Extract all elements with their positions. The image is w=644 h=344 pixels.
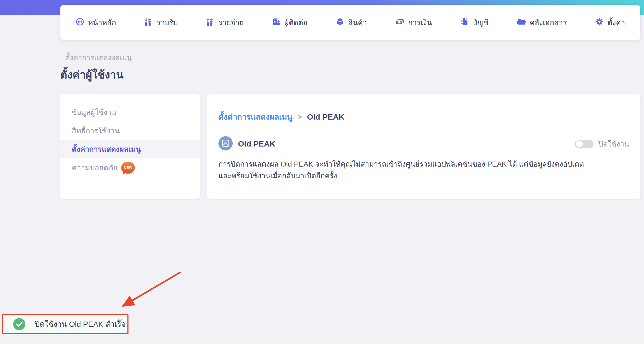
contacts-icon — [272, 17, 281, 28]
nav-item-finance[interactable]: การเงิน — [395, 17, 432, 28]
divider — [218, 129, 629, 129]
success-toast: ปิดใช้งาน Old PEAK สำเร็จ ✕ — [2, 314, 128, 334]
page-title: ตั้งค่าผู้ใช้งาน — [60, 66, 123, 83]
feature-title: Old PEAK — [238, 139, 275, 148]
sidebar-item-security[interactable]: ความปลอดภัย NEW — [60, 158, 200, 177]
nav-item-documents[interactable]: คลังเอกสาร — [517, 17, 567, 28]
old-peak-toggle[interactable] — [575, 140, 594, 148]
nav-item-accounting[interactable]: บัญชี — [460, 17, 489, 28]
description-line-2: และพร้อมใช้งานเมื่อกลับมาเปิดอีกครั้ง — [218, 170, 629, 182]
nav-label: คลังเอกสาร — [530, 17, 567, 28]
old-peak-row: Old PEAK ปิดใช้งาน — [218, 136, 629, 152]
main-navigation: หน้าหลัก รายรับ — [60, 5, 640, 40]
close-icon[interactable]: ✕ — [117, 318, 123, 325]
description-line-1: การปิดการแสดงผล Old PEAK จะทำให้คุณไม่สา… — [218, 158, 629, 170]
settings-icon — [595, 17, 604, 28]
sidebar-item-label: ความปลอดภัย — [72, 162, 117, 173]
new-badge: NEW — [121, 162, 135, 174]
documents-icon — [517, 17, 526, 28]
nav-item-home[interactable]: หน้าหลัก — [75, 17, 116, 28]
nav-label: ผู้ติดต่อ — [284, 17, 308, 28]
toggle-knob — [576, 140, 583, 148]
nav-label: สินค้า — [348, 17, 367, 28]
sidebar-item-user-info[interactable]: ข้อมูลผู้ใช้งาน — [60, 103, 200, 121]
nav-item-income[interactable]: รายรับ — [144, 17, 178, 28]
menu-display-panel: ตั้งค่าการแสดงผลเมนู > Old PEAK Old PEAK… — [207, 94, 640, 199]
nav-label: บัญชี — [473, 17, 489, 28]
breadcrumb-current: Old PEAK — [307, 112, 345, 121]
sidebar-item-label: ข้อมูลผู้ใช้งาน — [72, 106, 116, 118]
old-peak-logo-icon — [218, 136, 233, 152]
toast-message: ปิดใช้งาน Old PEAK สำเร็จ — [35, 318, 126, 330]
income-icon — [144, 17, 153, 28]
settings-sidebar: ข้อมูลผู้ใช้งาน สิทธิ์การใช้งาน ตั้งค่าก… — [60, 94, 200, 199]
nav-label: รายจ่าย — [218, 17, 244, 28]
nav-label: หน้าหลัก — [88, 17, 116, 28]
nav-item-settings[interactable]: ตั้งค่า — [595, 17, 625, 28]
nav-item-products[interactable]: สินค้า — [336, 17, 367, 28]
accounting-icon — [460, 17, 469, 28]
toggle-state-label: ปิดใช้งาน — [598, 138, 629, 150]
breadcrumb-link-menu-display[interactable]: ตั้งค่าการแสดงผลเมนู — [218, 111, 292, 123]
expense-icon — [206, 17, 215, 28]
nav-label: รายรับ — [157, 17, 178, 28]
feature-description: การปิดการแสดงผล Old PEAK จะทำให้คุณไม่สา… — [218, 158, 629, 181]
nav-label: ตั้งค่า — [608, 17, 625, 28]
nav-label: การเงิน — [408, 17, 432, 28]
nav-item-contacts[interactable]: ผู้ติดต่อ — [272, 17, 308, 28]
finance-icon — [395, 17, 404, 28]
sidebar-item-menu-display[interactable]: ตั้งค่าการแสดงผลเมนู — [60, 140, 200, 158]
dashboard-icon — [75, 17, 84, 28]
chevron-right-icon: > — [298, 113, 302, 121]
panel-breadcrumb: ตั้งค่าการแสดงผลเมนู > Old PEAK — [218, 111, 629, 123]
sidebar-item-permissions[interactable]: สิทธิ์การใช้งาน — [60, 121, 200, 140]
products-icon — [336, 17, 345, 28]
sidebar-item-label: สิทธิ์การใช้งาน — [72, 125, 120, 136]
success-check-icon — [13, 318, 25, 330]
sidebar-item-label: ตั้งค่าการแสดงผลเมนู — [72, 143, 141, 155]
breadcrumb: ตั้งค่าการแสดงผลเมนู — [65, 52, 132, 63]
nav-item-expense[interactable]: รายจ่าย — [206, 17, 244, 28]
